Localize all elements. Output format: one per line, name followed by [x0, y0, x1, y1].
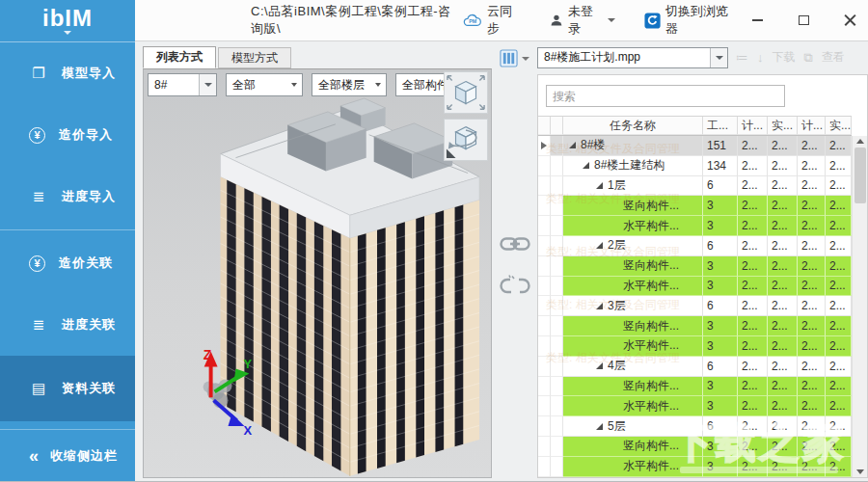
table-row[interactable]: 4层62...2...2...2...: [538, 357, 852, 377]
table-row[interactable]: 水平构件...32...2...2...2...: [538, 216, 852, 236]
table-row[interactable]: 3层62...2...2...2...: [538, 296, 852, 316]
task-cell: 134: [703, 156, 738, 176]
floors-select[interactable]: 全部楼层: [312, 73, 387, 96]
orbit-view-button[interactable]: [444, 119, 488, 161]
sidebar-item-schedule-import[interactable]: ≣进度导入: [0, 166, 135, 228]
task-cell: 2...: [738, 277, 768, 297]
building-select[interactable]: 8#: [148, 73, 217, 96]
expand-icon[interactable]: [596, 362, 603, 369]
row-marker-cell: [538, 256, 551, 277]
table-row[interactable]: 8#楼土建结构1342...2...2...2...: [538, 156, 852, 176]
task-cell: 2...: [798, 296, 826, 316]
task-cell: 2...: [798, 136, 826, 156]
row-gutter-cell: [551, 336, 563, 357]
building-model[interactable]: Z Y X: [144, 69, 491, 477]
task-cell: 3: [703, 457, 738, 477]
table-row[interactable]: 竖向构件...32...2...2...2...: [538, 437, 852, 457]
collapse-sidebar-button[interactable]: « 收缩侧边栏: [0, 429, 135, 481]
sidebar-item-schedule-link[interactable]: ≣进度关联: [0, 294, 135, 356]
header-task-name[interactable]: 任务名称: [563, 117, 703, 135]
link-task-button[interactable]: [499, 233, 531, 258]
login-button[interactable]: 未登录: [550, 3, 615, 38]
range-select[interactable]: 全部: [226, 73, 303, 96]
column-settings-button[interactable]: [500, 49, 529, 67]
row-marker-cell: [538, 296, 551, 316]
sidebar-item-label: 资料关联: [62, 380, 116, 397]
close-button[interactable]: [839, 10, 860, 31]
sidebar-item-data-link[interactable]: ▤资料关联: [0, 356, 135, 421]
task-cell: 2...: [738, 416, 768, 437]
expand-icon[interactable]: [569, 142, 576, 148]
workspace: 列表方式 模型方式 8# 全部 全部楼层: [135, 41, 868, 481]
zoom-fit-button[interactable]: [444, 71, 488, 114]
expand-icon[interactable]: [596, 242, 603, 249]
sidebar-item-cost-link[interactable]: ¥造价关联: [0, 232, 135, 294]
scroll-up-icon[interactable]: [856, 139, 864, 144]
table-row[interactable]: 1层62...2...2...2...: [538, 176, 852, 197]
task-cell: 2...: [768, 457, 798, 477]
table-row[interactable]: 水平构件...32...2...2...2...: [538, 277, 852, 297]
task-cell: 2...: [798, 196, 826, 216]
expand-icon[interactable]: [596, 182, 603, 189]
task-name: 竖向构件...: [623, 198, 679, 214]
task-name: 竖向构件...: [623, 318, 679, 335]
header-actual-start[interactable]: 实...: [768, 117, 798, 135]
header-duration[interactable]: 工...: [703, 117, 738, 135]
table-row[interactable]: 竖向构件...32...2...2...2...: [538, 316, 852, 336]
table-row[interactable]: 2层62...2...2...2...: [538, 236, 852, 256]
header-actual-end[interactable]: 实...: [826, 117, 852, 135]
sidebar-item-model-import[interactable]: ❐模型导入: [0, 42, 135, 104]
table-row[interactable]: 水平构件...32...2...2...2...: [538, 396, 852, 416]
expand-icon[interactable]: [596, 423, 603, 430]
task-cell: 2...: [798, 416, 826, 437]
cloud-sync-button[interactable]: PM 云同步: [463, 3, 521, 38]
expand-icon[interactable]: [596, 303, 603, 309]
table-scrollbar[interactable]: [852, 136, 867, 477]
table-row[interactable]: 竖向构件...32...2...2...2...: [538, 256, 852, 277]
tab-model-mode[interactable]: 模型方式: [218, 47, 291, 68]
task-cell: 2...: [738, 176, 768, 197]
task-cell: 2...: [826, 176, 852, 197]
row-marker-cell: [538, 357, 551, 377]
header-plan-start[interactable]: 计...: [738, 117, 768, 135]
tab-list-mode[interactable]: 列表方式: [143, 46, 216, 68]
unlink-task-button[interactable]: [499, 274, 531, 301]
search-input[interactable]: [546, 85, 785, 107]
plan-file-select[interactable]: 8#楼施工计划.mpp: [537, 47, 728, 68]
sidebar-item-cost-import[interactable]: ¥造价导入: [0, 104, 135, 166]
task-cell: 2...: [768, 396, 798, 416]
scroll-thumb[interactable]: [854, 147, 866, 203]
axis-x-label: X: [243, 423, 252, 438]
ghost-view-icon: ⧉: [804, 50, 813, 66]
switch-browser-button[interactable]: 切换到浏览器: [644, 3, 733, 38]
maximize-button[interactable]: [793, 10, 814, 31]
row-marker-cell: [538, 136, 551, 156]
table-row[interactable]: 竖向构件...32...2...2...2...: [538, 377, 852, 397]
expand-icon[interactable]: [583, 162, 589, 169]
minimize-button[interactable]: [746, 10, 768, 31]
header-plan-end[interactable]: 计...: [798, 117, 826, 135]
table-row[interactable]: 8#楼1512...2...2...2...: [538, 136, 852, 156]
task-cell: 2...: [826, 437, 852, 457]
table-row[interactable]: 水平构件...32...2...2...2...: [538, 457, 852, 477]
task-name: 水平构件...: [623, 218, 679, 234]
sidebar-spacer: [0, 421, 135, 429]
table-row[interactable]: 5层62...2...2...2...: [538, 416, 852, 437]
task-name-cell: 竖向构件...: [563, 196, 703, 216]
zoom-fit-cube-icon: [445, 72, 487, 113]
table-row[interactable]: 竖向构件...32...2...2...2...: [538, 196, 852, 216]
orbit-cube-icon: [445, 120, 487, 160]
task-cell: 2...: [768, 296, 798, 316]
task-cell: 6: [703, 236, 738, 256]
task-cell: 2...: [798, 357, 826, 377]
table-row[interactable]: 水平构件...32...2...2...2...: [538, 336, 852, 357]
logo-block[interactable]: ibIM: [0, 0, 135, 42]
row-gutter-cell: [551, 196, 563, 216]
task-cell: 6: [703, 416, 738, 437]
scroll-down-icon[interactable]: [856, 469, 864, 474]
sidebar-item-label: 进度关联: [62, 316, 116, 334]
model-viewport[interactable]: 8# 全部 全部楼层 全部构件: [143, 68, 492, 478]
cost-link-icon: ¥: [29, 255, 45, 272]
sidebar-nav: ❐模型导入¥造价导入≣进度导入¥造价关联≣进度关联▤资料关联: [0, 42, 135, 421]
task-name-cell: 水平构件...: [563, 277, 703, 297]
